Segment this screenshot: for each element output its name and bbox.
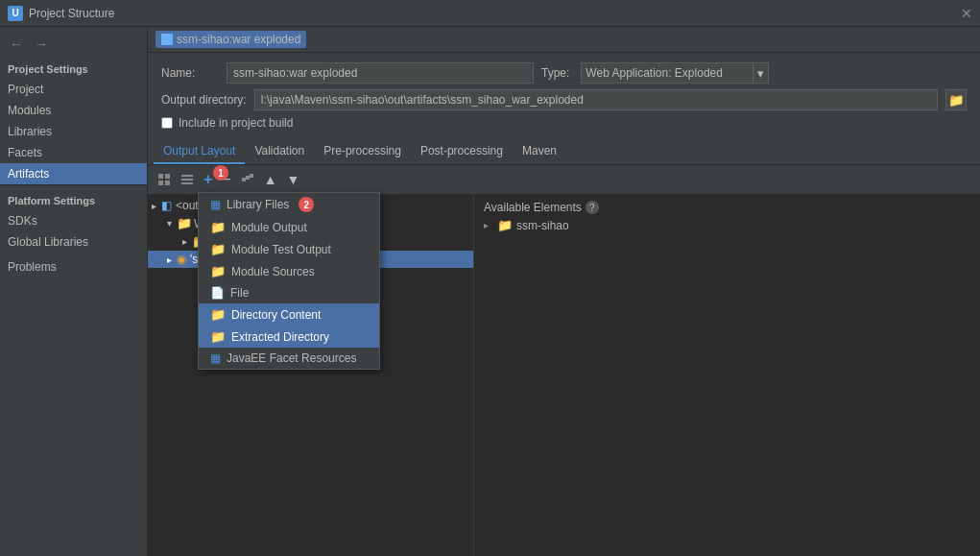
- sidebar-item-libraries[interactable]: Libraries: [0, 121, 147, 142]
- module-test-output-icon: 📁: [210, 242, 226, 256]
- dropdown-item-library-files[interactable]: ▦ Library Files 2: [199, 193, 379, 216]
- output-dir-input[interactable]: [254, 89, 938, 110]
- svg-rect-1: [165, 174, 170, 179]
- available-header: Available Elements ?: [478, 199, 976, 216]
- tab-post-processing[interactable]: Post-processing: [411, 139, 513, 164]
- tab-pre-processing[interactable]: Pre-processing: [314, 139, 411, 164]
- sidebar-item-modules[interactable]: Modules: [0, 100, 147, 121]
- svg-rect-0: [158, 174, 163, 179]
- platform-settings-title: Platform Settings: [0, 184, 147, 210]
- sidebar-item-artifacts[interactable]: Artifacts: [0, 163, 147, 184]
- artifact-tab-strip: ssm-sihao:war exploded: [148, 27, 980, 53]
- available-area: Available Elements ? ▸ 📁 ssm-sihao: [474, 195, 980, 556]
- sidebar: ← → Project Settings Project Modules Lib…: [0, 27, 148, 556]
- dropdown-item-directory-content[interactable]: 📁 Directory Content: [199, 303, 379, 326]
- main-container: ← → Project Settings Project Modules Lib…: [0, 27, 980, 556]
- file-icon: 📄: [210, 286, 225, 300]
- add-button-container: + 1: [200, 169, 216, 190]
- name-input[interactable]: [227, 62, 534, 84]
- toolbar: + 1 − ▲ ▼: [148, 165, 980, 195]
- artifact-tab-label: ssm-sihao:war exploded: [177, 33, 300, 46]
- include-row: Include in project build: [161, 116, 967, 130]
- lib-files-icon: ▦: [210, 198, 221, 211]
- sidebar-item-facets[interactable]: Facets: [0, 142, 147, 163]
- include-label: Include in project build: [179, 116, 293, 130]
- window-title: Project Structure: [29, 7, 114, 20]
- back-button[interactable]: ←: [6, 35, 27, 54]
- move-down-button[interactable]: ▼: [283, 170, 304, 189]
- svg-rect-9: [250, 174, 253, 178]
- move-up-button[interactable]: ▲: [260, 170, 281, 189]
- dropdown-item-module-sources[interactable]: 📁 Module Sources: [199, 260, 379, 282]
- name-row: Name: Type: ▾: [161, 62, 967, 84]
- svg-rect-5: [181, 179, 193, 181]
- output-dir-label: Output directory:: [161, 93, 247, 107]
- sidebar-item-sdks[interactable]: SDKs: [0, 210, 147, 231]
- type-dropdown-button[interactable]: ▾: [753, 62, 769, 84]
- project-settings-title: Project Settings: [0, 58, 147, 79]
- add-badge: 1: [213, 165, 228, 181]
- svg-rect-2: [158, 181, 163, 185]
- available-item-ssm-sihao[interactable]: ▸ 📁 ssm-sihao: [478, 216, 976, 234]
- browse-folder-button[interactable]: 📁: [945, 89, 967, 110]
- output-root-icon: ◧: [161, 199, 172, 212]
- ssm-sihao-icon: 📁: [497, 218, 513, 232]
- form-area: Name: Type: ▾ Output directory: 📁 Includ…: [148, 53, 980, 139]
- app-icon: U: [8, 6, 23, 21]
- dropdown-item-module-test-output[interactable]: 📁 Module Test Output: [199, 238, 379, 260]
- dropdown-item-file[interactable]: 📄 File: [199, 282, 379, 303]
- toolbar-list-button[interactable]: [177, 171, 198, 188]
- sidebar-item-problems[interactable]: Problems: [0, 256, 147, 278]
- tab-validation[interactable]: Validation: [245, 139, 314, 164]
- extracted-dir-icon: 📁: [210, 329, 226, 344]
- ssm-artifact-icon: ◉: [177, 253, 186, 266]
- toolbar-grid-button[interactable]: [154, 171, 175, 188]
- sidebar-item-global-libraries[interactable]: Global Libraries: [0, 231, 147, 253]
- svg-rect-8: [246, 176, 250, 180]
- module-sources-icon: 📁: [210, 264, 226, 278]
- sidebar-nav: ← →: [0, 31, 147, 58]
- edit-button[interactable]: [237, 171, 258, 188]
- dropdown-item-module-output[interactable]: 📁 Module Output: [199, 216, 379, 238]
- content-area: ssm-sihao:war exploded Name: Type: ▾ Out…: [148, 27, 980, 556]
- type-select[interactable]: [581, 62, 753, 84]
- webinf-folder-icon: 📁: [177, 216, 192, 230]
- help-icon[interactable]: ?: [586, 201, 599, 214]
- title-bar: U Project Structure ✕: [0, 0, 980, 27]
- svg-rect-7: [242, 178, 246, 181]
- tab-maven[interactable]: Maven: [513, 139, 566, 164]
- dropdown-menu: ▦ Library Files 2 📁 Module Output 📁 Modu…: [198, 192, 380, 370]
- dropdown-item-extracted-directory[interactable]: 📁 Extracted Directory: [199, 326, 379, 348]
- svg-rect-4: [181, 175, 193, 177]
- library-files-badge: 2: [299, 197, 314, 212]
- type-label: Type:: [541, 66, 569, 80]
- close-button[interactable]: ✕: [961, 6, 972, 21]
- name-label: Name:: [161, 66, 219, 80]
- svg-rect-3: [165, 181, 170, 185]
- artifact-icon: [161, 34, 173, 45]
- dir-content-icon: 📁: [210, 307, 226, 322]
- javaee-icon: ▦: [210, 351, 221, 365]
- tab-output-layout[interactable]: Output Layout: [154, 139, 245, 164]
- dropdown-item-javaee-facet[interactable]: ▦ JavaEE Facet Resources: [199, 348, 379, 369]
- module-output-icon: 📁: [210, 220, 226, 234]
- sidebar-item-project[interactable]: Project: [0, 79, 147, 100]
- output-dir-row: Output directory: 📁: [161, 89, 967, 110]
- forward-button[interactable]: →: [31, 35, 52, 54]
- include-checkbox[interactable]: [161, 117, 173, 129]
- svg-rect-6: [181, 182, 193, 184]
- tab-bar: Output Layout Validation Pre-processing …: [148, 139, 980, 165]
